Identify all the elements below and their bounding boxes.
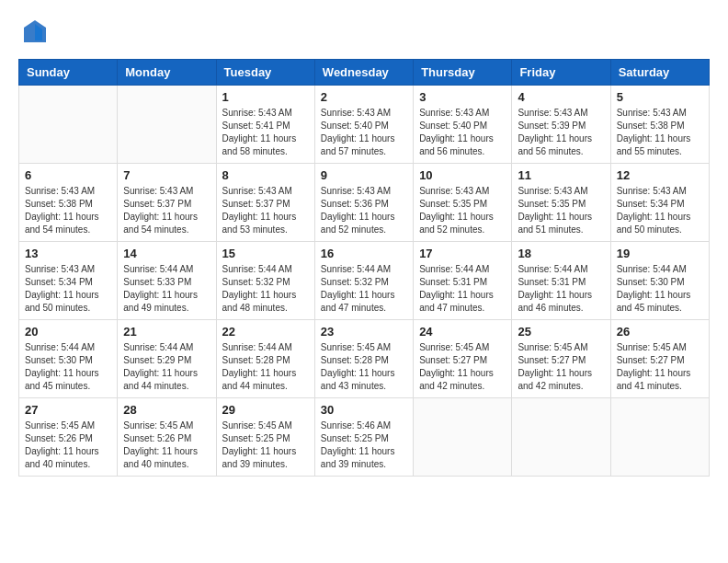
day-of-week-header: Wednesday — [314, 60, 413, 86]
day-number: 12 — [617, 168, 703, 182]
day-number: 10 — [419, 168, 506, 182]
day-info: Sunrise: 5:45 AM Sunset: 5:26 PM Dayligh… — [123, 419, 210, 471]
day-info: Sunrise: 5:43 AM Sunset: 5:41 PM Dayligh… — [222, 107, 309, 158]
day-info: Sunrise: 5:43 AM Sunset: 5:35 PM Dayligh… — [419, 185, 506, 236]
day-number: 4 — [518, 90, 604, 104]
day-number: 21 — [123, 325, 210, 339]
day-info: Sunrise: 5:43 AM Sunset: 5:40 PM Dayligh… — [419, 107, 506, 158]
day-info: Sunrise: 5:46 AM Sunset: 5:25 PM Dayligh… — [321, 419, 407, 471]
day-number: 14 — [123, 247, 210, 260]
calendar-cell: 24Sunrise: 5:45 AM Sunset: 5:27 PM Dayli… — [414, 320, 512, 398]
day-info: Sunrise: 5:44 AM Sunset: 5:32 PM Dayligh… — [222, 263, 309, 315]
calendar-week-row: 6Sunrise: 5:43 AM Sunset: 5:38 PM Daylig… — [19, 164, 710, 242]
calendar-cell — [19, 86, 118, 164]
day-number: 16 — [321, 247, 407, 260]
calendar-week-row: 13Sunrise: 5:43 AM Sunset: 5:34 PM Dayli… — [19, 242, 710, 320]
day-number: 29 — [222, 403, 309, 417]
day-info: Sunrise: 5:43 AM Sunset: 5:36 PM Dayligh… — [321, 185, 407, 236]
day-info: Sunrise: 5:43 AM Sunset: 5:39 PM Dayligh… — [518, 107, 604, 158]
calendar-cell: 7Sunrise: 5:43 AM Sunset: 5:37 PM Daylig… — [118, 164, 216, 242]
calendar-cell: 25Sunrise: 5:45 AM Sunset: 5:27 PM Dayli… — [512, 320, 610, 398]
calendar-week-row: 1Sunrise: 5:43 AM Sunset: 5:41 PM Daylig… — [19, 86, 710, 164]
calendar-cell: 6Sunrise: 5:43 AM Sunset: 5:38 PM Daylig… — [19, 164, 118, 242]
day-number: 24 — [419, 325, 506, 339]
day-number: 18 — [518, 247, 604, 260]
day-number: 7 — [123, 168, 210, 182]
calendar-cell — [414, 398, 512, 477]
day-number: 11 — [518, 168, 604, 182]
day-number: 22 — [222, 325, 309, 339]
calendar-cell: 20Sunrise: 5:44 AM Sunset: 5:30 PM Dayli… — [19, 320, 118, 398]
day-of-week-header: Tuesday — [216, 60, 314, 86]
calendar-cell: 13Sunrise: 5:43 AM Sunset: 5:34 PM Dayli… — [19, 242, 118, 320]
day-info: Sunrise: 5:44 AM Sunset: 5:29 PM Dayligh… — [123, 341, 210, 393]
day-info: Sunrise: 5:45 AM Sunset: 5:26 PM Dayligh… — [25, 419, 111, 471]
calendar-cell: 19Sunrise: 5:44 AM Sunset: 5:30 PM Dayli… — [610, 242, 709, 320]
calendar-cell: 18Sunrise: 5:44 AM Sunset: 5:31 PM Dayli… — [512, 242, 610, 320]
calendar-cell: 11Sunrise: 5:43 AM Sunset: 5:35 PM Dayli… — [512, 164, 610, 242]
day-number: 2 — [321, 90, 407, 104]
day-info: Sunrise: 5:45 AM Sunset: 5:27 PM Dayligh… — [518, 341, 604, 393]
day-info: Sunrise: 5:44 AM Sunset: 5:30 PM Dayligh… — [617, 263, 703, 315]
page-header — [18, 18, 710, 44]
calendar-cell: 15Sunrise: 5:44 AM Sunset: 5:32 PM Dayli… — [216, 242, 314, 320]
day-of-week-header: Thursday — [414, 60, 512, 86]
calendar-cell: 16Sunrise: 5:44 AM Sunset: 5:32 PM Dayli… — [314, 242, 413, 320]
calendar-cell: 26Sunrise: 5:45 AM Sunset: 5:27 PM Dayli… — [610, 320, 709, 398]
day-info: Sunrise: 5:45 AM Sunset: 5:27 PM Dayligh… — [419, 341, 506, 393]
logo-icon — [22, 18, 48, 44]
calendar-cell: 21Sunrise: 5:44 AM Sunset: 5:29 PM Dayli… — [118, 320, 216, 398]
day-number: 1 — [222, 90, 309, 104]
day-number: 20 — [25, 325, 111, 339]
day-number: 19 — [617, 247, 703, 260]
calendar-cell — [512, 398, 610, 477]
day-of-week-header: Monday — [118, 60, 216, 86]
day-info: Sunrise: 5:43 AM Sunset: 5:37 PM Dayligh… — [222, 185, 309, 236]
day-number: 9 — [321, 168, 407, 182]
calendar-cell: 30Sunrise: 5:46 AM Sunset: 5:25 PM Dayli… — [314, 398, 413, 477]
day-number: 6 — [25, 168, 111, 182]
day-info: Sunrise: 5:45 AM Sunset: 5:27 PM Dayligh… — [617, 341, 703, 393]
day-info: Sunrise: 5:43 AM Sunset: 5:35 PM Dayligh… — [518, 185, 604, 236]
calendar-cell: 14Sunrise: 5:44 AM Sunset: 5:33 PM Dayli… — [118, 242, 216, 320]
calendar-cell — [610, 398, 709, 477]
calendar-cell: 27Sunrise: 5:45 AM Sunset: 5:26 PM Dayli… — [19, 398, 118, 477]
day-number: 3 — [419, 90, 506, 104]
calendar-week-row: 20Sunrise: 5:44 AM Sunset: 5:30 PM Dayli… — [19, 320, 710, 398]
day-info: Sunrise: 5:45 AM Sunset: 5:28 PM Dayligh… — [321, 341, 407, 393]
day-of-week-header: Sunday — [19, 60, 118, 86]
day-number: 25 — [518, 325, 604, 339]
calendar-cell: 2Sunrise: 5:43 AM Sunset: 5:40 PM Daylig… — [314, 86, 413, 164]
calendar-cell: 4Sunrise: 5:43 AM Sunset: 5:39 PM Daylig… — [512, 86, 610, 164]
calendar-cell: 23Sunrise: 5:45 AM Sunset: 5:28 PM Dayli… — [314, 320, 413, 398]
day-number: 8 — [222, 168, 309, 182]
calendar-table: SundayMondayTuesdayWednesdayThursdayFrid… — [18, 59, 710, 477]
calendar-cell: 12Sunrise: 5:43 AM Sunset: 5:34 PM Dayli… — [610, 164, 709, 242]
day-info: Sunrise: 5:45 AM Sunset: 5:25 PM Dayligh… — [222, 419, 309, 471]
calendar-cell: 10Sunrise: 5:43 AM Sunset: 5:35 PM Dayli… — [414, 164, 512, 242]
calendar-cell: 5Sunrise: 5:43 AM Sunset: 5:38 PM Daylig… — [610, 86, 709, 164]
calendar-week-row: 27Sunrise: 5:45 AM Sunset: 5:26 PM Dayli… — [19, 398, 710, 477]
day-info: Sunrise: 5:44 AM Sunset: 5:31 PM Dayligh… — [419, 263, 506, 315]
day-number: 5 — [617, 90, 703, 104]
calendar-cell: 1Sunrise: 5:43 AM Sunset: 5:41 PM Daylig… — [216, 86, 314, 164]
day-info: Sunrise: 5:44 AM Sunset: 5:28 PM Dayligh… — [222, 341, 309, 393]
day-number: 27 — [25, 403, 111, 417]
logo — [18, 18, 48, 44]
calendar-cell: 17Sunrise: 5:44 AM Sunset: 5:31 PM Dayli… — [414, 242, 512, 320]
calendar-header-row: SundayMondayTuesdayWednesdayThursdayFrid… — [19, 60, 710, 86]
day-number: 15 — [222, 247, 309, 260]
calendar-cell: 28Sunrise: 5:45 AM Sunset: 5:26 PM Dayli… — [118, 398, 216, 477]
calendar-cell: 29Sunrise: 5:45 AM Sunset: 5:25 PM Dayli… — [216, 398, 314, 477]
day-of-week-header: Friday — [512, 60, 610, 86]
day-of-week-header: Saturday — [610, 60, 709, 86]
day-number: 17 — [419, 247, 506, 260]
day-info: Sunrise: 5:43 AM Sunset: 5:38 PM Dayligh… — [25, 185, 111, 236]
day-info: Sunrise: 5:44 AM Sunset: 5:32 PM Dayligh… — [321, 263, 407, 315]
calendar-cell — [118, 86, 216, 164]
day-info: Sunrise: 5:43 AM Sunset: 5:37 PM Dayligh… — [123, 185, 210, 236]
day-info: Sunrise: 5:44 AM Sunset: 5:30 PM Dayligh… — [25, 341, 111, 393]
day-info: Sunrise: 5:43 AM Sunset: 5:38 PM Dayligh… — [617, 107, 703, 158]
calendar-cell: 8Sunrise: 5:43 AM Sunset: 5:37 PM Daylig… — [216, 164, 314, 242]
calendar-cell: 22Sunrise: 5:44 AM Sunset: 5:28 PM Dayli… — [216, 320, 314, 398]
